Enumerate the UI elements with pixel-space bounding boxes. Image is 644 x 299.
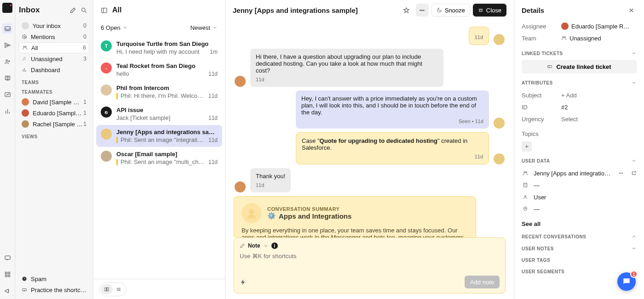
sidebar-item-dashboard[interactable]: Dashboard <box>19 64 89 75</box>
sidebar-item-your-inbox[interactable]: Your inbox 0 <box>19 20 89 31</box>
search-icon[interactable] <box>78 5 89 16</box>
message-time: 11d <box>302 154 483 159</box>
attribute-row[interactable]: ID#2 <box>522 101 637 113</box>
rail-send-icon[interactable] <box>2 40 12 50</box>
user-data-row[interactable]: — <box>522 203 637 215</box>
external-link-icon[interactable] <box>631 170 637 176</box>
section-recent-conversations[interactable]: RECENT CONVERSATIONS <box>522 234 637 239</box>
svg-point-34 <box>525 208 526 209</box>
conversation-item[interactable]: ⎋ API issue Jack [Ticket sample] 11d <box>96 103 222 125</box>
conversation-item[interactable]: T Turquoise Turtle from San Diego Hi, I … <box>96 37 222 59</box>
user-data-row[interactable]: User <box>522 191 637 203</box>
avatar-icon <box>235 181 246 192</box>
create-linked-ticket-button[interactable]: Create linked ticket <box>522 60 637 73</box>
note-indicator-icon <box>116 159 118 165</box>
snooze-button[interactable]: Snooze <box>431 4 470 17</box>
note-indicator-icon <box>116 137 118 143</box>
messages: 11dHi there, I have a question about upg… <box>225 20 514 237</box>
panel-toggle-icon[interactable] <box>101 7 108 14</box>
message-text: Case "Quote for upgrading to dedicated h… <box>302 137 483 151</box>
rail-inbox-icon[interactable] <box>2 23 12 34</box>
details-header: Details <box>522 0 637 20</box>
section-user-segments[interactable]: USER SEGMENTS <box>522 269 637 274</box>
user-data-row[interactable]: — <box>522 179 637 191</box>
sidebar-teammate[interactable]: David [Sample Rep]1 <box>19 96 89 107</box>
rail-knowledge-icon[interactable] <box>2 73 12 83</box>
attribute-row[interactable]: UrgencySelect <box>522 113 637 125</box>
rail-stats-icon[interactable] <box>2 106 12 116</box>
conversation-time: 1m <box>210 49 218 55</box>
conversation-item[interactable]: Oscar [Email sample] Phil: Sent an image… <box>96 147 222 169</box>
sidebar-item-shortcuts[interactable]: Practice the shortcuts <box>19 284 89 295</box>
svg-rect-5 <box>5 272 7 274</box>
sidebar-item-all[interactable]: All 6 <box>19 42 89 53</box>
conversation-snippet: Phil: Hi there, I'm Phil. Welcome to you… <box>121 92 206 99</box>
rail-messages-icon[interactable] <box>2 253 12 263</box>
avatar-icon <box>22 22 29 29</box>
list-header: All <box>93 0 225 20</box>
sidebar-teammate[interactable]: Rachel [Sample Rep]1 <box>19 118 89 130</box>
star-icon[interactable] <box>400 4 413 17</box>
conversation-item[interactable]: Phil from Intercom Phil: Hi there, I'm P… <box>96 81 222 103</box>
svg-rect-4 <box>5 256 10 260</box>
sidebar-item-unassigned[interactable]: Unassigned 3 <box>19 53 89 64</box>
close-button[interactable]: Close <box>473 4 506 17</box>
svg-rect-6 <box>8 272 10 274</box>
view-split-icon[interactable] <box>101 284 113 294</box>
bolt-icon[interactable] <box>240 279 247 286</box>
attribute-row[interactable]: Subject+ Add <box>522 89 637 101</box>
chevron-down-icon <box>263 243 269 248</box>
sort-dropdown[interactable]: Newest <box>190 24 218 31</box>
list-filters: 6 Open Newest <box>93 20 225 37</box>
rail-contacts-icon[interactable] <box>2 56 12 67</box>
sidebar-item-spam[interactable]: Spam <box>19 273 89 284</box>
team-row[interactable]: Team Unassigned <box>522 32 637 44</box>
view-toggle <box>99 282 126 296</box>
rail-reports-icon[interactable] <box>2 90 12 100</box>
compose-icon[interactable] <box>67 5 78 16</box>
sidebar-teammate[interactable]: Eduardo [Sample Rep]1 <box>19 107 89 118</box>
help-fab[interactable]: 1 <box>617 272 636 291</box>
summary-label: CONVERSATION SUMMARY <box>267 206 351 212</box>
composer-mode[interactable]: Note i <box>240 243 500 249</box>
section-attributes[interactable]: ATTRIBUTES <box>522 80 637 85</box>
assignee-row[interactable]: Assignee Eduardo [Sample R… <box>522 20 637 32</box>
rail-broadcast-icon[interactable] <box>2 286 12 296</box>
conversation-item[interactable]: - Teal Rocket from San Diego hello 11d <box>96 59 222 81</box>
conversation-title: Jenny [Apps and integrations sample] <box>233 6 400 14</box>
summary-avatar-icon <box>242 203 262 223</box>
message-bubble: Hey, I can't answer with a price immedia… <box>296 90 489 129</box>
svg-point-1 <box>6 60 7 62</box>
add-note-button[interactable]: Add note <box>465 276 500 288</box>
sidebar-item-mentions[interactable]: Mentions 0 <box>19 31 89 42</box>
message-bubble: Case "Quote for upgrading to dedicated h… <box>296 132 489 164</box>
section-user-tags[interactable]: USER TAGS <box>522 258 637 263</box>
info-icon[interactable]: i <box>271 243 278 249</box>
more-icon[interactable] <box>416 4 429 17</box>
close-details-icon[interactable] <box>626 5 637 16</box>
keyboard-icon <box>22 287 27 293</box>
avatar-icon: T <box>101 40 112 51</box>
svg-rect-26 <box>548 66 552 68</box>
open-filter-dropdown[interactable]: 6 Open <box>101 24 128 31</box>
mention-icon <box>22 34 27 39</box>
section-user-data[interactable]: USER DATA <box>522 158 637 164</box>
sidebar-header: Inbox <box>19 0 89 20</box>
svg-point-2 <box>8 61 10 62</box>
svg-point-22 <box>423 10 424 11</box>
app-logo[interactable] <box>2 3 12 13</box>
rail-apps-icon[interactable] <box>2 269 12 279</box>
see-all-button[interactable]: See all <box>522 220 637 227</box>
message-time: 11d <box>256 182 285 188</box>
more-icon[interactable] <box>618 170 624 176</box>
view-list-icon[interactable] <box>113 284 125 294</box>
conversation-item[interactable]: Jenny [Apps and integrations sample] Phi… <box>96 125 222 147</box>
composer-input[interactable]: Use ⌘K for shortcuts <box>240 253 500 268</box>
section-linked-tickets[interactable]: LINKED TICKETS <box>522 51 637 56</box>
add-topic-button[interactable] <box>522 141 532 152</box>
user-name-row[interactable]: Jenny [Apps and integrations sample] <box>522 167 637 179</box>
conversation-time: 11d <box>208 115 218 121</box>
message-time: 11d <box>475 34 483 40</box>
composer: Note i Use ⌘K for shortcuts Add note <box>234 237 506 293</box>
section-user-notes[interactable]: USER NOTES <box>522 246 637 251</box>
